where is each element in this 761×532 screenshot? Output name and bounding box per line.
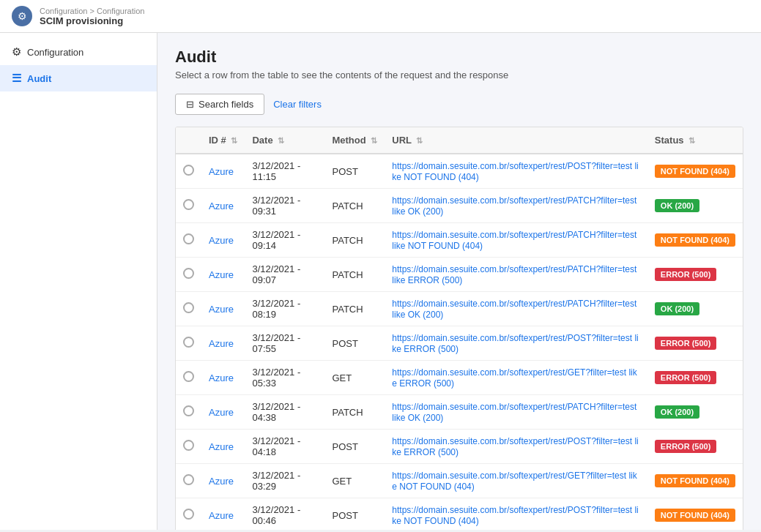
row-radio-cell[interactable] [176, 464, 201, 498]
row-status: NOT FOUND (404) [647, 464, 743, 498]
row-id: Azure [201, 430, 245, 464]
row-radio-cell[interactable] [176, 189, 201, 223]
row-url: https://domain.sesuite.com.br/softexpert… [385, 326, 647, 361]
row-radio-button[interactable] [183, 440, 194, 451]
toolbar: ⊟ Search fields Clear filters [175, 94, 743, 115]
row-url: https://domain.sesuite.com.br/softexpert… [385, 395, 647, 430]
id-link[interactable]: Azure [209, 338, 234, 349]
row-id: Azure [201, 292, 245, 326]
table-row[interactable]: Azure 3/12/2021 - 03:29 GET https://doma… [176, 464, 743, 498]
search-fields-button[interactable]: ⊟ Search fields [175, 94, 264, 115]
sidebar-item-configuration[interactable]: ⚙ Configuration [0, 39, 157, 65]
clear-filters-link[interactable]: Clear filters [273, 99, 322, 110]
row-url: https://domain.sesuite.com.br/softexpert… [385, 189, 647, 223]
table-row[interactable]: Azure 3/12/2021 - 00:46 POST https://dom… [176, 498, 743, 531]
row-id: Azure [201, 498, 245, 531]
row-date: 3/12/2021 - 09:14 [245, 223, 324, 258]
row-radio-cell[interactable] [176, 326, 201, 361]
row-radio-cell[interactable] [176, 292, 201, 326]
table-row[interactable]: Azure 3/12/2021 - 04:38 PATCH https://do… [176, 395, 743, 430]
id-link[interactable]: Azure [209, 304, 234, 315]
id-link[interactable]: Azure [209, 166, 234, 177]
url-text: https://domain.sesuite.com.br/softexpert… [392, 264, 636, 285]
id-link[interactable]: Azure [209, 510, 234, 521]
status-badge: ERROR (500) [655, 268, 716, 281]
row-id: Azure [201, 326, 245, 361]
id-link[interactable]: Azure [209, 235, 234, 246]
row-date: 3/12/2021 - 08:19 [245, 292, 324, 326]
row-date: 3/12/2021 - 09:31 [245, 189, 324, 223]
row-id: Azure [201, 258, 245, 292]
filter-icon: ⊟ [186, 99, 194, 110]
row-url: https://domain.sesuite.com.br/softexpert… [385, 223, 647, 258]
table-row[interactable]: Azure 3/12/2021 - 07:55 POST https://dom… [176, 326, 743, 361]
row-radio-button[interactable] [183, 165, 194, 176]
row-radio-cell[interactable] [176, 361, 201, 395]
row-radio-button[interactable] [183, 337, 194, 348]
row-date: 3/12/2021 - 11:15 [245, 154, 324, 189]
row-radio-button[interactable] [183, 474, 194, 485]
row-status: OK (200) [647, 292, 743, 326]
main-content: Audit Select a row from the table to see… [157, 33, 761, 530]
id-link[interactable]: Azure [209, 407, 234, 418]
breadcrumb-section: Configuration > Configuration SCIM provi… [40, 7, 144, 26]
table-row[interactable]: Azure 3/12/2021 - 09:07 PATCH https://do… [176, 258, 743, 292]
status-badge: NOT FOUND (404) [655, 509, 735, 522]
sidebar-item-label: Configuration [27, 47, 83, 58]
row-url: https://domain.sesuite.com.br/softexpert… [385, 361, 647, 395]
row-url: https://domain.sesuite.com.br/softexpert… [385, 292, 647, 326]
row-method: PATCH [324, 223, 385, 258]
table-row[interactable]: Azure 3/12/2021 - 08:19 PATCH https://do… [176, 292, 743, 326]
row-url: https://domain.sesuite.com.br/softexpert… [385, 258, 647, 292]
row-date: 3/12/2021 - 09:07 [245, 258, 324, 292]
id-link[interactable]: Azure [209, 201, 234, 211]
row-radio-cell[interactable] [176, 498, 201, 531]
table-header: ID # ⇅ Date ⇅ Method ⇅ URL ⇅ Status ⇅ [176, 127, 743, 154]
table-row[interactable]: Azure 3/12/2021 - 05:33 GET https://doma… [176, 361, 743, 395]
url-text: https://domain.sesuite.com.br/softexpert… [392, 333, 638, 354]
id-link[interactable]: Azure [209, 269, 234, 280]
table-row[interactable]: Azure 3/12/2021 - 09:31 PATCH https://do… [176, 189, 743, 223]
row-radio-button[interactable] [183, 371, 194, 382]
row-status: ERROR (500) [647, 430, 743, 464]
row-radio-button[interactable] [183, 199, 194, 210]
sidebar-item-audit[interactable]: ☰ Audit [0, 65, 157, 91]
row-status: ERROR (500) [647, 361, 743, 395]
table-row[interactable]: Azure 3/12/2021 - 09:14 PATCH https://do… [176, 223, 743, 258]
row-radio-cell[interactable] [176, 258, 201, 292]
col-date[interactable]: Date ⇅ [245, 127, 324, 154]
url-text: https://domain.sesuite.com.br/softexpert… [392, 230, 636, 251]
table-row[interactable]: Azure 3/12/2021 - 04:18 POST https://dom… [176, 430, 743, 464]
row-radio-cell[interactable] [176, 154, 201, 189]
row-status: NOT FOUND (404) [647, 223, 743, 258]
col-id[interactable]: ID # ⇅ [201, 127, 245, 154]
list-icon: ☰ [12, 72, 21, 85]
id-link[interactable]: Azure [209, 441, 234, 452]
page-subtitle: Select a row from the table to see the c… [175, 70, 743, 80]
row-radio-button[interactable] [183, 405, 194, 416]
row-date: 3/12/2021 - 05:33 [245, 361, 324, 395]
col-method[interactable]: Method ⇅ [324, 127, 385, 154]
status-badge: NOT FOUND (404) [655, 233, 735, 247]
id-link[interactable]: Azure [209, 372, 234, 383]
status-badge: NOT FOUND (404) [655, 474, 735, 487]
row-url: https://domain.sesuite.com.br/softexpert… [385, 154, 647, 189]
row-url: https://domain.sesuite.com.br/softexpert… [385, 464, 647, 498]
url-text: https://domain.sesuite.com.br/softexpert… [392, 436, 638, 457]
row-radio-button[interactable] [183, 268, 194, 279]
row-radio-button[interactable] [183, 233, 194, 244]
row-radio-cell[interactable] [176, 430, 201, 464]
table-row[interactable]: Azure 3/12/2021 - 11:15 POST https://dom… [176, 154, 743, 189]
row-method: PATCH [324, 189, 385, 223]
row-radio-cell[interactable] [176, 223, 201, 258]
col-url[interactable]: URL ⇅ [385, 127, 647, 154]
row-method: GET [324, 361, 385, 395]
row-id: Azure [201, 223, 245, 258]
row-radio-cell[interactable] [176, 395, 201, 430]
row-radio-button[interactable] [183, 509, 194, 520]
col-status[interactable]: Status ⇅ [647, 127, 743, 154]
row-radio-button[interactable] [183, 302, 194, 313]
id-link[interactable]: Azure [209, 476, 234, 487]
row-date: 3/12/2021 - 00:46 [245, 498, 324, 531]
row-method: POST [324, 498, 385, 531]
